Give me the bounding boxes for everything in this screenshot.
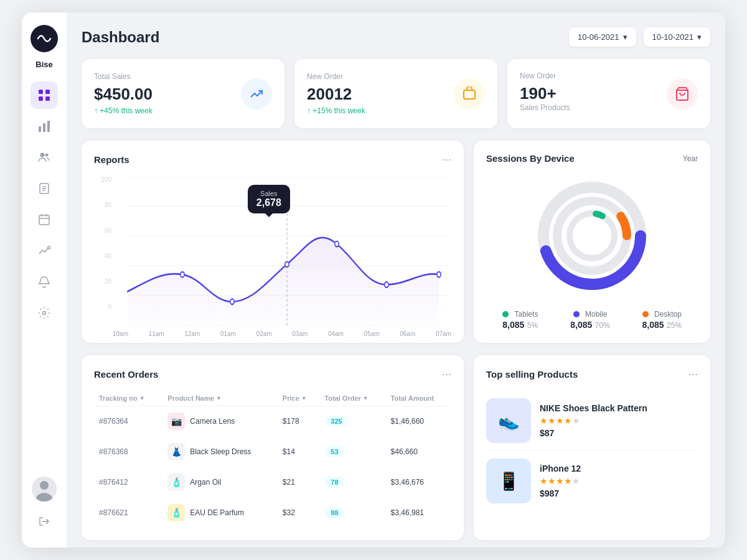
legend-desktop: Desktop 8,085 25% (642, 308, 682, 330)
svg-point-34 (335, 241, 339, 247)
chevron-down-icon-2: ▾ (697, 32, 702, 42)
col-tracking: Tracking no ▼ (94, 391, 162, 406)
products-list: 👟 NIKE Shoes Black Pattern ★★★★★ $87 📱 i… (486, 391, 698, 511)
cell-price: $32 (278, 498, 319, 528)
svg-point-35 (385, 282, 388, 287)
sidebar-item-dashboard[interactable] (31, 82, 58, 109)
stat-value-orders: 20012 (307, 85, 365, 104)
chart-menu-icon[interactable]: ··· (442, 153, 451, 166)
donut-legend: Tablets 8,085 5% Mobile 8,085 (486, 308, 698, 330)
date-end-picker[interactable]: 10-10-2021 ▾ (644, 27, 711, 47)
tablets-value: 8,085 (502, 320, 524, 330)
sidebar-item-notifications[interactable] (31, 268, 58, 296)
svg-point-31 (181, 272, 184, 278)
orders-card: Recent Orders ··· Tracking no ▼ (82, 355, 464, 540)
date-range: 10-06-2021 ▾ 10-10-2021 ▾ (569, 27, 710, 47)
svg-point-8 (45, 154, 49, 157)
cell-total-order: 78 (319, 467, 385, 498)
stat-value-sales: $450.00 (94, 85, 153, 104)
svg-rect-5 (43, 123, 45, 132)
cell-product: 🧴 Argan Oil (162, 467, 278, 498)
stat-icon-sales (241, 78, 272, 110)
stat-value-products: 190+ (520, 84, 570, 103)
stat-icon-products (667, 78, 698, 110)
products-title: Top selling Products (486, 369, 578, 380)
cell-price: $21 (278, 467, 319, 498)
main-content: Dashboard 10-06-2021 ▾ 10-10-2021 ▾ Tota… (67, 12, 725, 548)
donut-chart (486, 174, 698, 298)
desktop-dot (642, 311, 649, 317)
cell-tracking: #876368 (94, 437, 162, 467)
desktop-value: 8,085 (642, 320, 664, 330)
col-price: Price ▼ (278, 391, 319, 406)
cell-total-amount: $3,46,676 (386, 467, 451, 498)
sidebar-item-charts[interactable] (31, 113, 58, 140)
products-menu-icon[interactable]: ··· (688, 368, 698, 381)
col-total-amount: Total Amount (386, 391, 451, 406)
mobile-label: Mobile (585, 310, 607, 319)
mobile-pct: 70% (595, 321, 610, 330)
sidebar-item-settings[interactable] (31, 299, 58, 327)
brand-name: Bise (35, 60, 52, 69)
stat-info-products: New Order 190+ Sales Products (520, 72, 570, 116)
mobile-dot (573, 311, 580, 317)
cell-total-amount: $46,660 (386, 437, 451, 467)
product-price: $87 (540, 428, 647, 438)
chart-area: Sales 2,678 0 20 40 60 80 100 (94, 176, 451, 325)
orders-title: Recent Orders (94, 369, 158, 380)
sidebar-item-analytics[interactable] (31, 237, 58, 264)
stat-change-sales: ↑ +45% this week (94, 106, 153, 115)
legend-tablets: Tablets 8,085 5% (502, 308, 538, 330)
avatar[interactable] (32, 477, 57, 502)
table-row: #876412 🧴 Argan Oil $21 78 $3,46,676 (94, 467, 451, 498)
product-name: Camera Lens (190, 417, 235, 426)
chart-header: Reports ··· (94, 153, 451, 166)
product-title: NIKE Shoes Black Pattern (540, 403, 647, 413)
cell-product: 📷 Camera Lens (162, 406, 278, 437)
line-chart-svg (94, 176, 451, 325)
chevron-down-icon: ▾ (623, 32, 627, 42)
stat-change-orders: ↑ +15% this week (307, 106, 365, 115)
tablets-dot (502, 311, 509, 317)
table-row: #876621 🧴 EAU DE Parfum $32 98 $3,46,981 (94, 498, 451, 528)
svg-point-18 (43, 312, 46, 315)
sidebar-item-users[interactable] (31, 144, 58, 171)
date-start-picker[interactable]: 10-06-2021 ▾ (569, 27, 636, 47)
stat-sub-products: Sales Products (520, 103, 570, 112)
svg-rect-13 (39, 215, 49, 225)
product-icon: 📷 (167, 413, 185, 430)
sidebar-item-logout[interactable] (31, 508, 58, 535)
orders-menu-icon[interactable]: ··· (442, 368, 451, 381)
table-row: #876364 📷 Camera Lens $178 325 $1,46,660 (94, 406, 451, 437)
cell-tracking: #876621 (94, 498, 162, 528)
cell-total-amount: $3,46,981 (386, 498, 451, 528)
stat-label-orders: New Order (307, 72, 365, 81)
stat-label-products: New Order (520, 72, 570, 80)
svg-point-7 (40, 153, 45, 157)
product-details: NIKE Shoes Black Pattern ★★★★★ $87 (540, 403, 647, 438)
products-card: Top selling Products ··· 👟 NIKE Shoes Bl… (474, 355, 710, 540)
svg-rect-1 (45, 90, 50, 94)
product-image: 👟 (486, 398, 531, 443)
product-price: $987 (540, 488, 581, 498)
stat-icon-orders (454, 78, 485, 110)
cell-product: 🧴 EAU DE Parfum (162, 498, 278, 528)
product-stars: ★★★★★ (540, 476, 581, 486)
svg-rect-0 (39, 90, 43, 94)
stat-label-sales: Total Sales (94, 72, 153, 81)
product-name: Black Sleep Dress (190, 447, 251, 456)
sidebar-bottom (31, 477, 58, 535)
product-icon: 🧴 (167, 504, 185, 521)
stat-info-orders: New Order 20012 ↑ +15% this week (307, 72, 365, 115)
middle-row: Reports ··· Sales 2,678 0 20 40 60 (82, 141, 710, 343)
legend-mobile: Mobile 8,085 70% (570, 308, 610, 330)
sessions-title: Sessions By Device (486, 153, 575, 164)
cell-total-order: 98 (319, 498, 385, 528)
sidebar-item-docs[interactable] (31, 175, 58, 202)
sessions-period[interactable]: Year (683, 154, 698, 163)
sidebar-item-calendar[interactable] (31, 206, 58, 233)
tablets-pct: 5% (527, 321, 538, 330)
sessions-card: Sessions By Device Year (474, 141, 710, 343)
cell-total-order: 53 (319, 437, 385, 467)
sidebar: Bise (22, 12, 67, 548)
